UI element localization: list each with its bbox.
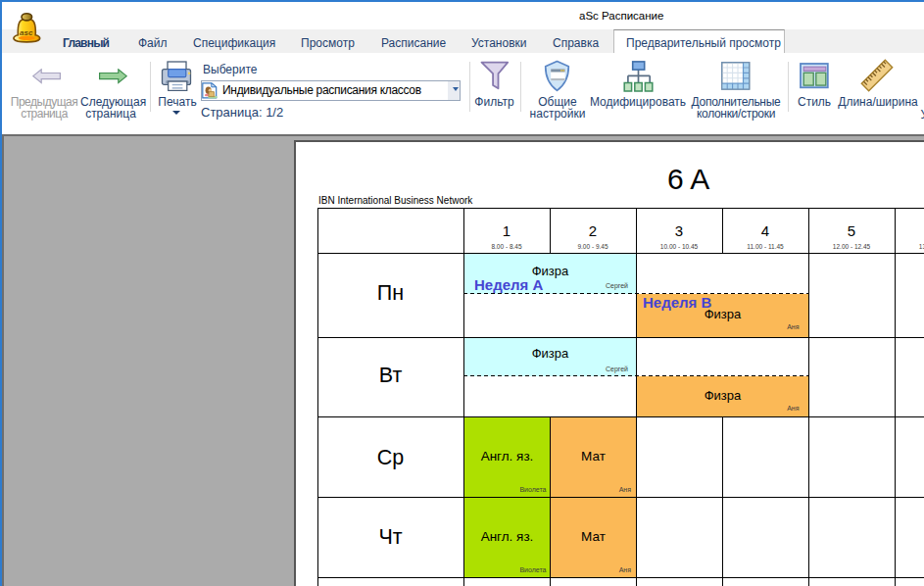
svg-text:asc: asc (20, 28, 33, 37)
